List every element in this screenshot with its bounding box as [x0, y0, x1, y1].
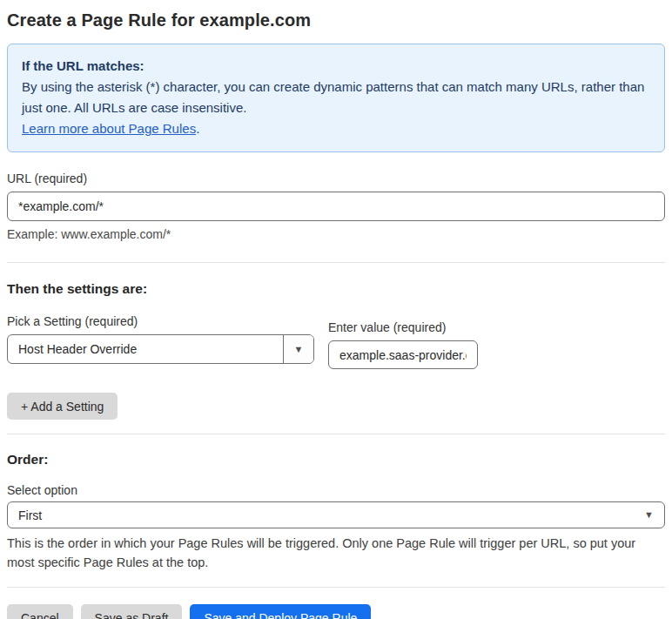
url-field-label: URL (required) [7, 172, 665, 185]
page-title: Create a Page Rule for example.com [7, 10, 665, 30]
enter-value-column: Enter value (required) [328, 297, 478, 369]
chevron-down-icon: ▼ [644, 510, 654, 520]
form-actions: Cancel Save as Draft Save and Deploy Pag… [7, 604, 665, 619]
order-section-heading: Order: [7, 452, 665, 468]
pick-setting-selected-value: Host Header Override [8, 335, 283, 363]
enter-value-label: Enter value (required) [328, 320, 478, 334]
create-page-rule-form: Create a Page Rule for example.com If th… [0, 0, 672, 619]
order-select-dropdown[interactable]: First ▼ [7, 501, 665, 528]
section-divider [7, 262, 665, 263]
section-divider [7, 587, 665, 588]
pick-setting-dropdown-button[interactable]: ▼ [283, 335, 313, 363]
save-and-deploy-button[interactable]: Save and Deploy Page Rule [190, 604, 371, 619]
pick-setting-dropdown[interactable]: Host Header Override ▼ [7, 334, 314, 364]
chevron-down-icon: ▼ [294, 345, 304, 354]
save-as-draft-button[interactable]: Save as Draft [81, 604, 183, 619]
pick-setting-column: Pick a Setting (required) Host Header Ov… [7, 297, 314, 364]
url-example-helper: Example: www.example.com/* [7, 227, 665, 241]
setting-value-input[interactable] [328, 340, 478, 369]
cancel-button[interactable]: Cancel [7, 604, 73, 619]
link-period: . [196, 121, 199, 136]
info-callout-link-line: Learn more about Page Rules. [22, 118, 650, 139]
info-callout-body: By using the asterisk (*) character, you… [22, 77, 650, 118]
setting-row: Pick a Setting (required) Host Header Ov… [7, 297, 665, 369]
order-help-text: This is the order in which your Page Rul… [7, 534, 665, 572]
add-setting-button[interactable]: + Add a Setting [7, 393, 118, 420]
url-input[interactable] [7, 192, 665, 221]
order-select-label: Select option [7, 483, 665, 497]
info-callout-heading: If the URL matches: [22, 56, 650, 77]
pick-setting-label: Pick a Setting (required) [7, 314, 314, 328]
learn-more-page-rules-link[interactable]: Learn more about Page Rules [22, 121, 196, 136]
section-divider [7, 434, 665, 434]
url-matches-info-callout: If the URL matches: By using the asteris… [7, 44, 665, 152]
order-selected-value: First [18, 508, 644, 522]
settings-section-heading: Then the settings are: [7, 281, 665, 297]
